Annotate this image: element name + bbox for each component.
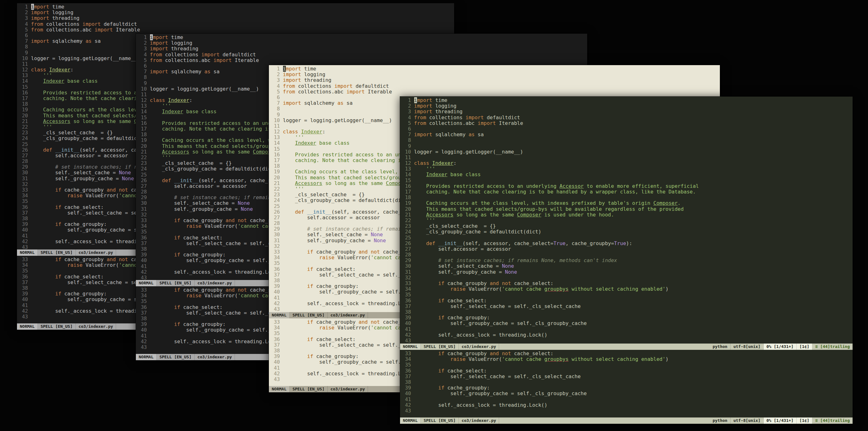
line-number: 27 [19,153,31,159]
line-number: 18 [138,132,150,137]
line-number: 10 [271,118,283,123]
vim-mode-indicator: NORMAL [17,324,38,330]
open-filename: co3/indexer.py [459,343,499,350]
line-number: 41 [19,233,31,239]
code-line: 28 [402,252,852,258]
code-line: 32 [402,275,852,281]
line-number: 31 [19,176,31,182]
line-number: 20 [138,144,150,149]
line-number: 25 [271,204,283,209]
line-number: 23 [19,130,31,135]
code-line: 43 [402,408,852,414]
line-number: 39 [402,315,414,320]
spell-lang-indicator: SPELL [EN_US] [38,249,76,256]
encoding-indicator: utf-8[unix] [731,343,764,350]
scroll-position-indicator: 0% [1/431+] [764,343,797,350]
line-number: 6 [138,63,150,69]
line-number: 12 [271,129,283,135]
line-number: 33 [271,319,283,325]
line-number: 26 [19,147,31,153]
line-number: 39 [19,291,31,297]
line-number: 16 [19,90,31,96]
open-filename: co3/indexer.py [459,418,499,424]
line-number: 42 [402,402,414,408]
line-number: 38 [138,246,150,252]
line-number: 35 [19,198,31,204]
line-number: 41 [402,327,414,332]
line-number: 8 [402,137,414,143]
trailing-whitespace-indicator: ≡ [44]trailing [812,418,852,424]
line-number: 5 [138,58,150,63]
line-number: 24 [19,135,31,141]
line-number: 18 [19,101,31,107]
line-number: 9 [138,81,150,86]
line-number: 6 [402,126,414,132]
line-number: 24 [402,229,414,235]
spell-lang-indicator: SPELL [EN_US] [290,386,328,392]
line-number: 39 [402,385,414,391]
line-number: 11 [271,123,283,129]
code-line: 2import logging [138,40,587,46]
line-number: 41 [271,295,283,301]
code-line: 18 [402,195,852,201]
code-line: 3import threading [138,46,587,52]
line-number: 13 [271,135,283,140]
line-number: 10 [19,56,31,61]
line-number: 17 [138,126,150,132]
code-line: 5from collections.abc import Iterable [271,89,720,95]
line-number: 17 [271,158,283,163]
line-number: 33 [138,287,150,293]
code-line: 42 self._access_lock = threading.Lock() [402,402,852,408]
line-number: 21 [402,212,414,218]
line-number: 34 [271,325,283,331]
line-number: 12 [402,160,414,166]
line-number: 10 [402,149,414,155]
line-number: 40 [19,227,31,233]
scroll-position-indicator: 0% [1/431+] [764,418,797,424]
line-number: 41 [402,397,414,402]
vim-mode-indicator: NORMAL [269,312,290,318]
code-line: 30 self._select_cache = None [402,263,852,269]
line-number: 40 [402,320,414,326]
vim-window-4[interactable]: 1import time2import logging3import threa… [400,96,853,424]
line-number: 32 [271,244,283,249]
code-pane-bottom[interactable]: 33 if cache_groupby and not cache_select… [400,350,852,418]
line-number: 34 [138,223,150,229]
line-number: 30 [138,201,150,206]
line-number: 36 [402,368,414,374]
line-number: 4 [402,115,414,121]
line-number: 38 [138,316,150,321]
line-number: 18 [402,195,414,201]
line-number: 20 [402,206,414,212]
line-number: 9 [402,144,414,149]
line-number: 20 [19,113,31,119]
code-line: 17 caching. Note that cache clearing is … [402,189,852,195]
code-line: 15 [402,178,852,183]
line-number: 28 [19,159,31,164]
code-line: 13 ''' [402,166,852,172]
code-line: 14 Indexer base class [402,172,852,178]
line-number: 3 [271,78,283,83]
line-number: 28 [138,189,150,195]
line-number: 1 [271,66,283,72]
line-number: 38 [271,348,283,353]
spell-lang-indicator: SPELL [EN_US] [421,418,459,424]
vim-mode-indicator: NORMAL [269,386,290,392]
line-number: 38 [402,309,414,315]
line-number: 29 [138,195,150,201]
line-number: 14 [19,78,31,84]
code-pane-top[interactable]: 1import time2import logging3import threa… [400,97,852,343]
line-number: 13 [402,166,414,172]
line-number: 43 [271,306,283,312]
line-number: 34 [19,193,31,198]
line-number: 36 [19,205,31,210]
line-number: 13 [138,103,150,109]
line-number: 34 [19,263,31,268]
line-number: 23 [402,223,414,229]
line-number: 9 [271,112,283,118]
line-number: 6 [19,33,31,38]
line-number: 43 [271,376,283,382]
line-number: 43 [19,314,31,320]
line-number: 25 [402,235,414,241]
line-number: 43 [402,408,414,414]
